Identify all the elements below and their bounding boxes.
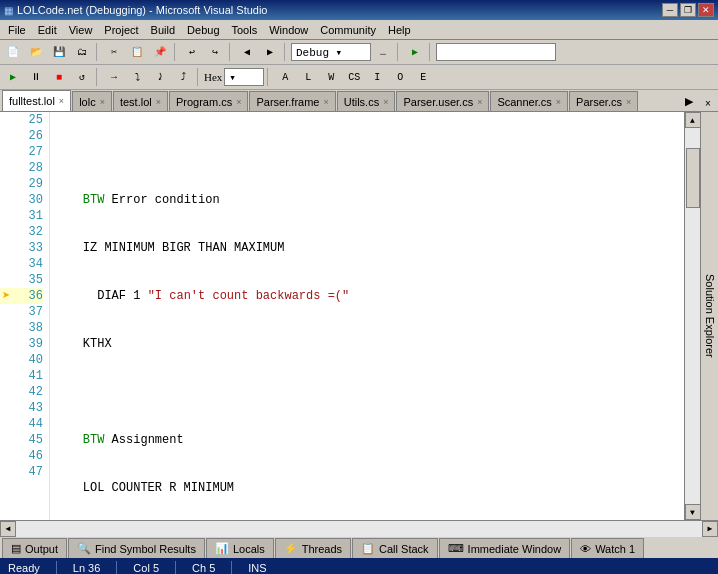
save-all-btn[interactable]: 🗂 (71, 42, 93, 62)
tab-fulltest-lol[interactable]: fulltest.lol × (2, 90, 71, 111)
start-btn[interactable]: ▶ (404, 42, 426, 62)
config-dropdown[interactable]: Debug ▾ (291, 43, 371, 61)
tab-utils-cs[interactable]: Utils.cs × (337, 91, 396, 111)
code-content[interactable]: BTW Error condition IZ MINIMUM BIGR THAN… (50, 112, 684, 520)
show-next-stmt-btn[interactable]: → (103, 67, 125, 87)
output-icon: ▤ (11, 542, 21, 555)
menu-item-edit[interactable]: Edit (32, 21, 63, 39)
window-title: LOLCode.net (Debugging) - Microsoft Visu… (17, 4, 268, 16)
horizontal-scrollbar[interactable]: ◀ ▶ (0, 520, 718, 536)
tab-locals[interactable]: 📊 Locals (206, 538, 274, 558)
minimize-button[interactable]: ─ (662, 3, 678, 17)
redo-btn[interactable]: ↪ (204, 42, 226, 62)
tab-scroll-right[interactable]: ▶ (681, 91, 697, 111)
step-over-btn[interactable]: ⤸ (149, 67, 171, 87)
locals-icon: 📊 (215, 542, 229, 555)
tab-close-btn[interactable]: × (383, 97, 388, 107)
code-line-28: DIAF 1 "I can't count backwards =(" (54, 288, 680, 304)
tab-parser-frame[interactable]: Parser.frame × (249, 91, 335, 111)
tab-scanner-cs[interactable]: Scanner.cs × (490, 91, 568, 111)
menu-item-tools[interactable]: Tools (226, 21, 264, 39)
tab-output[interactable]: ▤ Output (2, 538, 67, 558)
save-btn[interactable]: 💾 (48, 42, 70, 62)
threads-icon: ⚡ (284, 542, 298, 555)
status-sep4 (231, 561, 232, 574)
tab-close-btn[interactable]: × (100, 97, 105, 107)
scroll-down-btn[interactable]: ▼ (685, 504, 701, 520)
menu-item-build[interactable]: Build (145, 21, 181, 39)
menu-item-debug[interactable]: Debug (181, 21, 225, 39)
tab-watch-1[interactable]: 👁 Watch 1 (571, 538, 644, 558)
debug-stop-btn[interactable]: ■ (48, 67, 70, 87)
tab-threads[interactable]: ⚡ Threads (275, 538, 351, 558)
hex-dropdown[interactable]: ▾ (224, 68, 264, 86)
tab-call-stack[interactable]: 📋 Call Stack (352, 538, 438, 558)
tab-close-btn[interactable]: × (156, 97, 161, 107)
solution-explorer-panel[interactable]: Solution Explorer (700, 112, 718, 520)
cut-btn[interactable]: ✂ (103, 42, 125, 62)
tab-parser-cs[interactable]: Parser.cs × (569, 91, 638, 111)
exceptions-btn[interactable]: E (412, 67, 434, 87)
open-btn[interactable]: 📂 (25, 42, 47, 62)
scroll-track[interactable] (685, 128, 701, 504)
tab-locals-label: Locals (233, 543, 265, 555)
tab-program-cs[interactable]: Program.cs × (169, 91, 249, 111)
vertical-scrollbar[interactable]: ▲ ▼ (684, 112, 700, 520)
step-in-btn[interactable]: ⤵ (126, 67, 148, 87)
callstack-icon: 📋 (361, 542, 375, 555)
debug-arrow-icon: ➤ (2, 288, 10, 304)
close-button[interactable]: ✕ (698, 3, 714, 17)
tab-close-btn[interactable]: × (59, 96, 64, 106)
output-btn[interactable]: O (389, 67, 411, 87)
tab-test-lol[interactable]: test.lol × (113, 91, 168, 111)
tab-parser-user-cs[interactable]: Parser.user.cs × (396, 91, 489, 111)
close-editor-btn[interactable]: × (700, 95, 716, 111)
tab-close-btn[interactable]: × (477, 97, 482, 107)
sep6 (429, 43, 433, 61)
autos-btn[interactable]: A (274, 67, 296, 87)
watch-btn[interactable]: W (320, 67, 342, 87)
tab-close-btn[interactable]: × (556, 97, 561, 107)
menu-item-window[interactable]: Window (263, 21, 314, 39)
callstack-btn[interactable]: CS (343, 67, 365, 87)
new-file-btn[interactable]: 📄 (2, 42, 24, 62)
restore-button[interactable]: ❐ (680, 3, 696, 17)
tab-close-btn[interactable]: × (323, 97, 328, 107)
scroll-thumb[interactable] (686, 148, 700, 208)
menu-item-file[interactable]: File (2, 21, 32, 39)
scroll-left-btn[interactable]: ◀ (0, 521, 16, 537)
toolbar-1: 📄 📂 💾 🗂 ✂ 📋 📌 ↩ ↪ ◀ ▶ Debug ▾ … ▶ (0, 40, 718, 65)
copy-btn[interactable]: 📋 (126, 42, 148, 62)
nav-back-btn[interactable]: ◀ (236, 42, 258, 62)
tab-find-symbol-results[interactable]: 🔍 Find Symbol Results (68, 538, 205, 558)
code-editor[interactable]: ➤ 25 26 27 28 29 30 31 32 33 34 35 36 37… (0, 112, 684, 520)
tab-callstack-label: Call Stack (379, 543, 429, 555)
h-scroll-track[interactable] (16, 521, 702, 537)
debug-play-btn[interactable]: ▶ (2, 67, 24, 87)
scroll-up-btn[interactable]: ▲ (685, 112, 701, 128)
find-dropdown[interactable] (436, 43, 556, 61)
tab-lolc[interactable]: lolc × (72, 91, 112, 111)
menu-item-community[interactable]: Community (314, 21, 382, 39)
code-line-32: LOL COUNTER R MINIMUM (54, 480, 680, 496)
debug-restart-btn[interactable]: ↺ (71, 67, 93, 87)
locals-btn[interactable]: L (297, 67, 319, 87)
menu-item-view[interactable]: View (63, 21, 99, 39)
undo-btn[interactable]: ↩ (181, 42, 203, 62)
menu-item-project[interactable]: Project (98, 21, 144, 39)
debug-toolbar: ▶ ⏸ ■ ↺ → ⤵ ⤸ ⤴ Hex ▾ A L W CS I O E (0, 65, 718, 90)
more-btn[interactable]: … (372, 42, 394, 62)
dsep2 (197, 68, 201, 86)
tab-close-btn[interactable]: × (626, 97, 631, 107)
step-out-btn[interactable]: ⤴ (172, 67, 194, 87)
tab-immediate-window[interactable]: ⌨ Immediate Window (439, 538, 571, 558)
menu-item-help[interactable]: Help (382, 21, 417, 39)
scroll-right-btn[interactable]: ▶ (702, 521, 718, 537)
nav-fwd-btn[interactable]: ▶ (259, 42, 281, 62)
status-sep1 (56, 561, 57, 574)
debug-pause-btn[interactable]: ⏸ (25, 67, 47, 87)
paste-btn[interactable]: 📌 (149, 42, 171, 62)
tab-close-btn[interactable]: × (236, 97, 241, 107)
tab-threads-label: Threads (302, 543, 342, 555)
immediate-btn[interactable]: I (366, 67, 388, 87)
